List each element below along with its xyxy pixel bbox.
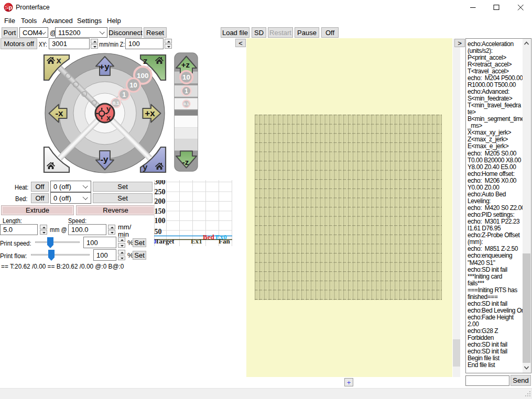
svg-text:100: 100	[137, 72, 149, 80]
svg-text:-y: -y	[100, 154, 108, 164]
svg-text:10: 10	[129, 81, 137, 89]
svg-text:Bed: Bed	[203, 233, 214, 241]
svg-text:Fan: Fan	[219, 237, 230, 245]
svg-text:100: 100	[155, 217, 166, 225]
svg-text:+x: +x	[145, 108, 155, 118]
svg-text:1: 1	[122, 91, 126, 98]
svg-text:1: 1	[184, 87, 188, 95]
svg-text:150: 150	[155, 207, 166, 215]
svg-text::-p: :-p	[5, 4, 12, 10]
svg-text:x: x	[57, 56, 62, 65]
svg-text:10: 10	[182, 73, 190, 81]
svg-text:+y: +y	[99, 62, 110, 72]
svg-text:y: y	[106, 104, 111, 113]
svg-text:+z: +z	[181, 60, 190, 69]
svg-text:0.1: 0.1	[183, 102, 189, 106]
svg-text:z: z	[143, 56, 148, 66]
svg-text:250: 250	[155, 188, 166, 196]
svg-text:x: x	[106, 113, 111, 122]
svg-text:-x: -x	[55, 108, 63, 118]
svg-text:50: 50	[155, 228, 162, 236]
svg-text:0.1: 0.1	[113, 101, 120, 106]
svg-text:300: 300	[155, 180, 166, 186]
svg-text:Target: Target	[155, 237, 175, 245]
svg-text:y: y	[143, 162, 148, 172]
svg-text:200: 200	[155, 197, 166, 205]
svg-text:-z: -z	[182, 158, 189, 167]
svg-text:Ex1: Ex1	[191, 237, 202, 245]
